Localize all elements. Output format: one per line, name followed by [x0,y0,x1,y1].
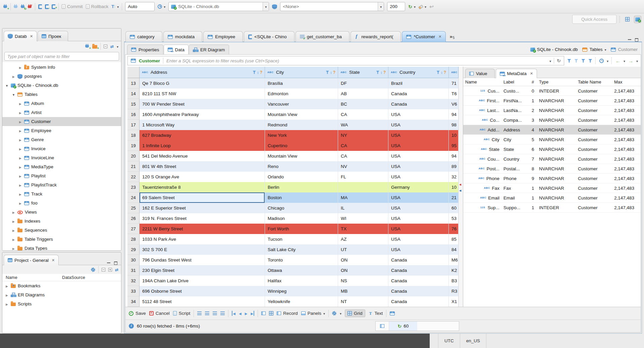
new-connection-icon[interactable]: + [85,44,89,49]
tree-item[interactable]: Genre [2,135,121,144]
city-cell[interactable]: Fort Worth [265,224,338,234]
save-button[interactable]: Save [129,311,146,316]
meta-col-type[interactable]: Type [537,79,576,84]
metadata-row[interactable]: Last... LastNa... 2 NVARCHAR Customer 2,… [463,106,641,115]
address-cell[interactable]: 1033 N Park Ave [140,234,265,244]
row-number-cell[interactable]: 26 [127,213,140,224]
postalcode-cell[interactable]: 60 [449,203,459,213]
connection-select[interactable]: SQLite - Chinook.db [168,2,269,11]
tree-item[interactable]: Table Triggers [2,235,121,244]
delete-row-icon[interactable] [220,311,225,315]
previous-row-icon[interactable] [239,311,241,316]
row-number-cell[interactable]: 33 [127,286,140,296]
close-icon[interactable]: ✕ [530,71,533,76]
state-cell[interactable]: NY [338,130,388,140]
tree-item[interactable]: Views [2,208,121,217]
view-menu-icon[interactable] [117,44,118,49]
expander-icon[interactable] [12,74,15,79]
address-cell[interactable]: 801 W 4th Street [140,161,265,172]
city-cell[interactable]: Mountain View [265,109,338,120]
breadcrumb-item[interactable]: Customer [611,47,638,52]
duplicate-row-icon[interactable] [213,311,217,315]
metadata-row[interactable]: Sup... Suppo... 1 INTEGER Customer 2,147… [463,203,641,213]
tree-item[interactable]: System Info [2,63,121,72]
row-number-cell[interactable]: 22 [127,172,140,182]
editor-tab[interactable]: Employee [203,31,243,42]
country-cell[interactable]: USA [388,120,449,130]
close-icon[interactable]: ✕ [30,34,33,39]
nav-back-icon[interactable] [615,58,621,64]
cancel-button[interactable]: Cancel [149,311,170,316]
back-icon[interactable] [429,4,434,10]
tree-item[interactable]: foo [2,198,121,208]
address-cell[interactable]: Qe 7 Bloco G [140,78,265,89]
collapse-all-icon[interactable] [102,268,105,272]
address-cell[interactable]: Tauentzienstraße 8 [140,182,265,192]
editor-tab[interactable]: rewards_report( [351,31,401,42]
gear-icon[interactable] [332,311,336,315]
tree-item[interactable]: Playlist [2,171,121,180]
postalcode-cell[interactable]: X1 [449,296,459,307]
state-cell[interactable]: WI [338,213,388,224]
postalcode-cell[interactable]: 89 [449,161,459,172]
text-view-button[interactable]: Text [369,311,383,316]
new-sql-editor-icon[interactable]: + [52,4,55,9]
filter-history-icon[interactable] [549,58,551,63]
tree-item[interactable]: MediaType [2,162,121,171]
column-header[interactable]: Country [388,67,449,78]
row-number-cell[interactable]: 19 [127,140,140,151]
chevron-down-icon[interactable] [636,58,638,63]
tree-item[interactable]: Tables [2,90,121,99]
state-cell[interactable]: NT [338,296,388,307]
expander-icon[interactable] [12,210,15,215]
schema-select[interactable]: <None> [280,2,384,11]
maximize-icon[interactable] [635,38,638,42]
tree-item[interactable]: postgres [2,72,121,81]
tree-item[interactable]: Employee [2,126,121,135]
row-number-cell[interactable]: 27 [127,224,140,234]
row-number-cell[interactable]: 31 [127,265,140,276]
open-sql-editor-icon[interactable]: → [45,4,49,9]
state-cell[interactable]: AZ [338,234,388,244]
grid-view-button[interactable]: Grid [345,309,365,317]
row-number-cell[interactable]: 32 [127,276,140,286]
country-cell[interactable]: USA [388,109,449,120]
state-cell[interactable]: MA [338,192,388,203]
expander-icon[interactable] [12,219,15,224]
breadcrumb-item[interactable]: Tables [582,47,606,52]
country-cell[interactable]: Canada [388,296,449,307]
city-cell[interactable]: Tucson [265,234,338,244]
city-cell[interactable]: Chicago [265,203,338,213]
state-cell[interactable]: NS [338,276,388,286]
locale-indicator[interactable]: en_US [460,334,486,348]
view-settings-icon[interactable] [390,311,395,315]
maximize-icon[interactable] [114,262,117,265]
chevron-down-icon[interactable] [624,58,625,63]
country-cell[interactable]: USA [388,140,449,151]
apply-filter-icon[interactable] [557,58,561,63]
filter-history-clock-icon[interactable] [599,59,604,63]
sort-icon[interactable] [380,70,382,75]
postalcode-cell[interactable]: V6 [449,99,459,109]
editor-tab[interactable]: category [125,31,162,42]
row-number-cell[interactable]: 25 [127,203,140,213]
state-cell[interactable]: UT [338,244,388,255]
transaction-history-button[interactable] [158,4,165,9]
city-cell[interactable]: Mountain View [265,151,338,161]
country-cell[interactable]: USA [388,172,449,182]
expander-icon[interactable] [18,119,22,124]
project-tab[interactable]: Project - General ✕ [4,255,59,265]
country-cell[interactable]: USA [388,130,449,140]
expander-icon[interactable] [12,228,15,233]
state-cell[interactable]: TX [338,224,388,234]
editor-subtab[interactable]: Properties [127,45,163,54]
row-number-cell[interactable]: 13 [127,78,140,89]
link-editor-icon[interactable] [115,267,118,272]
address-cell[interactable]: 230 Elgin Street [140,265,265,276]
tree-item[interactable]: PlaylistTrack [2,180,121,189]
metadata-row[interactable]: Cus... Custo... 0 INTEGER Customer 2,147… [463,86,641,96]
address-cell[interactable]: 700 W Pender Street [140,99,265,109]
postalcode-cell[interactable]: 98 [449,120,459,130]
city-cell[interactable]: Cupertino [265,140,338,151]
postalcode-cell[interactable]: 76 [449,224,459,234]
